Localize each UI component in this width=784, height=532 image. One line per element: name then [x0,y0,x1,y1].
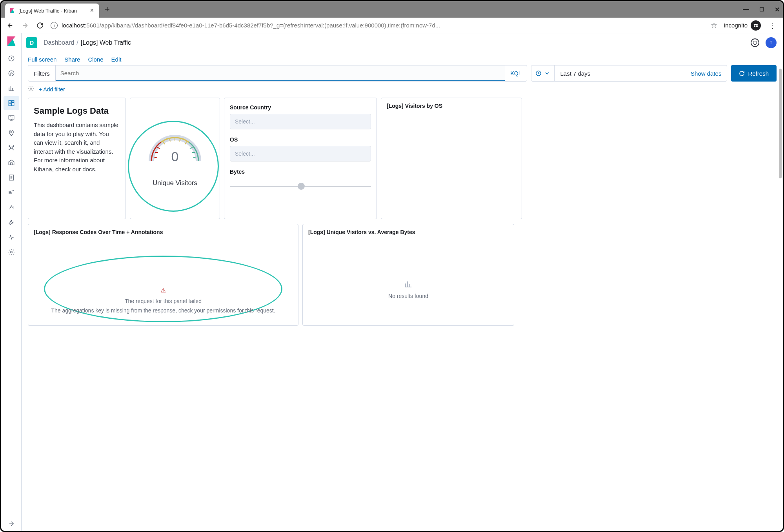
docs-link[interactable]: docs [82,166,95,172]
bytes-label: Bytes [230,169,371,175]
panel-controls: Source Country Select... OS Select... By… [224,98,377,219]
svg-point-1 [756,25,758,27]
gauge-value: 0 [144,149,206,164]
fullscreen-link[interactable]: Full screen [28,56,56,63]
svg-rect-7 [9,103,11,106]
svg-point-16 [10,251,12,253]
svg-point-19 [30,88,32,89]
svg-rect-8 [9,116,14,119]
edit-link[interactable]: Edit [111,56,122,63]
source-country-select[interactable]: Select... [230,114,371,129]
filters-button[interactable]: Filters [28,65,56,81]
svg-rect-5 [11,100,14,102]
svg-point-10 [10,147,12,149]
source-country-label: Source Country [230,104,371,111]
dashboard-actions: Full screen Share Clone Edit [22,52,783,64]
nav-ml-icon[interactable] [4,141,19,155]
breadcrumb: Dashboard / [Logs] Web Traffic [44,39,131,46]
chart-empty-icon [404,280,413,289]
svg-rect-6 [11,103,14,106]
reload-button[interactable] [33,19,47,32]
nav-canvas-icon[interactable] [4,111,19,125]
incognito-icon [751,20,761,31]
clone-link[interactable]: Clone [88,56,103,63]
nav-maps-icon[interactable] [4,126,19,140]
svg-point-0 [754,25,756,27]
panel-sample-text: Sample Logs Data This dashboard contains… [28,98,126,219]
sample-body: This dashboard contains sample data for … [34,121,120,174]
top-bar: D Dashboard / [Logs] Web Traffic f [22,33,783,52]
space-selector[interactable]: D [26,37,37,48]
bookmark-star-icon[interactable]: ☆ [708,21,720,30]
add-filter-button[interactable]: + Add filter [39,86,65,93]
browser-menu-icon[interactable]: ⋮ [765,21,780,30]
nav-uptime-icon[interactable] [4,200,19,214]
new-tab-button[interactable]: + [99,1,115,18]
nav-apm-icon[interactable] [4,185,19,200]
search-input[interactable] [56,65,505,81]
refresh-button[interactable]: Refresh [731,65,777,82]
scrollbar[interactable] [779,69,782,178]
nav-monitoring-icon[interactable] [4,230,19,244]
breadcrumb-root[interactable]: Dashboard [44,39,74,46]
url-text[interactable]: localhost:5601/app/kibana#/dashboard/edf… [62,22,440,29]
date-range-display[interactable]: Last 7 days [555,70,685,77]
date-quick-select[interactable] [531,65,555,81]
response-codes-title: [Logs] Response Codes Over Time + Annota… [34,229,293,235]
panel-response-codes: [Logs] Response Codes Over Time + Annota… [28,224,298,326]
nav-visualize-icon[interactable] [4,81,19,95]
no-results: No results found [303,280,514,299]
nav-devtools-icon[interactable] [4,215,19,229]
svg-point-17 [753,41,757,44]
side-nav [1,33,22,531]
slider-thumb[interactable] [298,183,305,190]
kibana-logo-icon[interactable] [6,36,17,47]
show-dates-link[interactable]: Show dates [685,70,727,77]
window-close-icon[interactable]: ✕ [775,6,780,13]
unique-vs-bytes-title: [Logs] Unique Visitors vs. Average Bytes [308,229,508,235]
os-label: OS [230,136,371,143]
window-maximize-icon[interactable]: ☐ [759,6,764,13]
panel-gauge: 0 Unique Visitors [130,98,220,219]
bytes-slider[interactable] [230,186,371,187]
nav-infrastructure-icon[interactable] [4,156,19,170]
news-feed-icon[interactable] [751,38,759,47]
back-button[interactable] [4,19,17,32]
nav-dashboard-icon[interactable] [4,96,19,110]
query-bar: Filters KQL Last 7 days Show dates Refre… [22,64,783,85]
browser-tab[interactable]: [Logs] Web Traffic - Kiban × [5,4,99,18]
gauge-label: Unique Visitors [153,179,197,187]
visitors-os-title: [Logs] Visitors by OS [387,103,516,109]
svg-rect-4 [9,100,11,103]
nav-collapse-icon[interactable] [4,517,19,531]
nav-discover-icon[interactable] [4,66,19,80]
panel-error: ⚠ The request for this panel failed The … [28,287,298,314]
error-detail: The aggregations key is missing from the… [28,307,298,314]
warning-icon: ⚠ [28,287,298,294]
breadcrumb-current: [Logs] Web Traffic [81,39,131,46]
site-info-icon[interactable]: i [51,22,58,29]
gauge-visualization: 0 [144,130,206,165]
kql-toggle[interactable]: KQL [505,70,527,76]
sample-heading: Sample Logs Data [34,106,120,116]
tab-close-icon[interactable]: × [89,7,95,14]
error-title: The request for this panel failed [28,298,298,304]
panel-unique-vs-bytes: [Logs] Unique Visitors vs. Average Bytes… [302,224,514,326]
kibana-favicon [9,7,15,14]
os-select[interactable]: Select... [230,146,371,162]
window-titlebar: [Logs] Web Traffic - Kiban × + — ☐ ✕ [1,1,783,18]
svg-point-3 [9,71,14,76]
share-link[interactable]: Share [64,56,80,63]
address-bar: i localhost:5601/app/kibana#/dashboard/e… [1,18,783,33]
tab-title: [Logs] Web Traffic - Kiban [18,8,85,14]
nav-management-icon[interactable] [4,245,19,259]
incognito-indicator: Incognito [721,20,763,31]
window-minimize-icon[interactable]: — [743,6,749,13]
svg-point-9 [11,131,12,133]
filter-settings-icon[interactable] [28,85,34,93]
panel-visitors-by-os: [Logs] Visitors by OS [381,98,522,219]
user-avatar[interactable]: f [766,37,777,48]
forward-button [18,19,32,32]
nav-recent-icon[interactable] [4,51,19,65]
nav-logs-icon[interactable] [4,171,19,185]
